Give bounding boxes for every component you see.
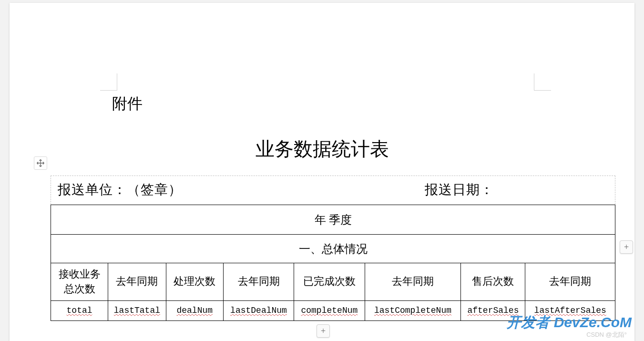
col-value[interactable]: lastDealNum	[223, 300, 294, 320]
col-value[interactable]: completeNum	[294, 300, 365, 320]
statistics-table: 年 季度 一、总体情况 接收业务 总次数 去年同期 处理次数 去年同期 已完成次…	[51, 205, 615, 321]
section-cell[interactable]: 一、总体情况	[51, 235, 615, 263]
document-page: 附件 业务数据统计表 报送单位：（签章） 报送日期： 年 季度 一、总体情况 接…	[10, 3, 634, 341]
col-header[interactable]: 售后次数	[461, 263, 525, 301]
report-header-row: 报送单位：（签章） 报送日期：	[51, 176, 615, 205]
add-row-button[interactable]: +	[317, 324, 330, 338]
col-header[interactable]: 处理次数	[166, 263, 223, 301]
col-header[interactable]: 去年同期	[365, 263, 461, 301]
col-value[interactable]: lastCompleteNum	[365, 300, 461, 320]
col-value[interactable]: lastTatal	[108, 300, 166, 320]
report-date-label: 报送日期：	[425, 181, 494, 199]
col-header[interactable]: 接收业务 总次数	[51, 263, 108, 301]
margin-guide-top-left	[100, 73, 117, 91]
period-cell[interactable]: 年 季度	[51, 205, 615, 235]
margin-guide-top-right	[534, 73, 551, 91]
col-header[interactable]: 去年同期	[108, 263, 166, 301]
report-unit-label: 报送单位：（签章）	[58, 181, 425, 199]
col-value[interactable]: dealNum	[166, 300, 223, 320]
col-header[interactable]: 已完成次数	[294, 263, 365, 301]
col-value[interactable]: total	[51, 300, 108, 320]
col-header[interactable]: 去年同期	[525, 263, 615, 301]
col-header[interactable]: 去年同期	[223, 263, 294, 301]
page-title: 业务数据统计表	[19, 136, 625, 162]
watermark-brand: 开发者 DevZe.CoM	[507, 313, 632, 332]
move-handle-icon[interactable]	[34, 156, 47, 170]
attachment-label: 附件	[112, 93, 625, 114]
add-column-button[interactable]: +	[620, 240, 633, 254]
